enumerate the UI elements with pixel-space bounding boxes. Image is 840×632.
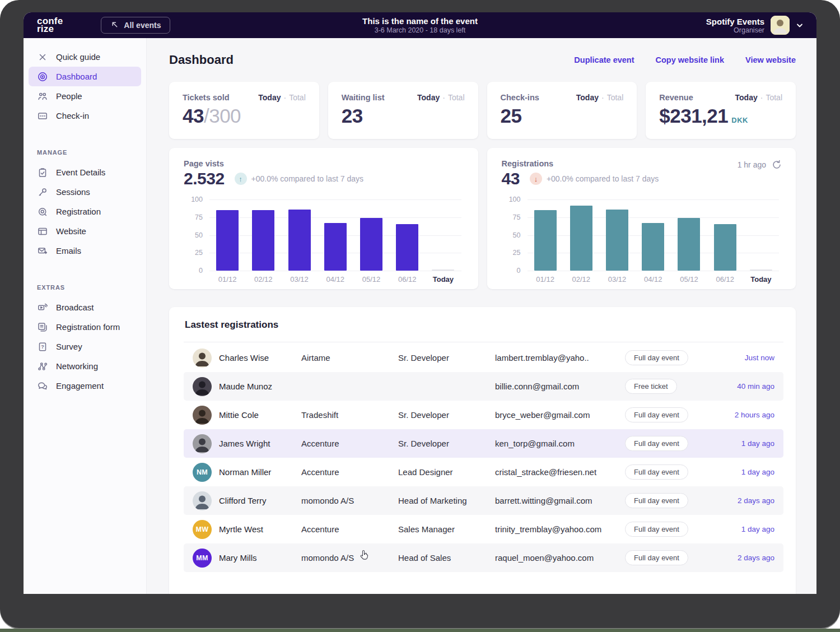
attendee-role: Sr. Developer <box>398 353 495 363</box>
sidebar-item-website[interactable]: Website <box>29 221 141 241</box>
sidebar-item-engagement[interactable]: Engagement <box>29 376 141 396</box>
stats-row: Tickets soldToday·Total43/300Waiting lis… <box>169 82 796 139</box>
sidebar-item-people[interactable]: People <box>29 86 141 106</box>
table-row[interactable]: Maude Munozbillie.conn@gmail.comFree tic… <box>184 372 783 401</box>
total-toggle[interactable]: Total <box>766 93 782 102</box>
stat-card-check-ins: Check-insToday·Total25 <box>487 82 637 139</box>
ticket-type-badge: Free ticket <box>625 379 677 394</box>
attendee-company: Accenture <box>301 439 398 448</box>
table-row[interactable]: Mittie ColeTradeshiftSr. Developerbryce_… <box>184 401 783 429</box>
sidebar-item-survey[interactable]: ?Survey <box>29 337 141 356</box>
sidebar-item-event-details[interactable]: Event Details <box>29 162 141 182</box>
sidebar-item-emails[interactable]: Emails <box>29 241 141 261</box>
microphone-icon <box>37 187 48 198</box>
sidebar-item-label: Emails <box>56 246 81 255</box>
sidebar-item-check-in[interactable]: Check-in <box>29 106 141 126</box>
registration-time-link[interactable]: 1 day ago <box>706 439 774 448</box>
stat-value: 43/300 <box>183 105 306 127</box>
attendee-name: James Wright <box>219 439 301 448</box>
logo-line2: rize <box>37 25 63 33</box>
chart-bar <box>288 210 311 271</box>
total-toggle[interactable]: Total <box>289 93 306 102</box>
event-header: This is the name of the event 3-6 March … <box>362 16 478 34</box>
account-menu[interactable]: Spotify Events Organiser <box>706 16 804 35</box>
today-toggle[interactable]: Today <box>735 93 758 102</box>
attendee-company: Accenture <box>301 524 398 534</box>
chart-big-number: 43 <box>502 169 520 188</box>
registration-time-link[interactable]: 40 min ago <box>706 382 774 391</box>
registration-time-link[interactable]: 1 day ago <box>706 468 774 476</box>
x-axis-label: Today <box>425 275 461 284</box>
arrow-up-left-icon <box>110 20 119 30</box>
sidebar-item-registration-form[interactable]: Registration form <box>29 317 141 337</box>
last-updated-label: 1 hr ago <box>738 160 766 169</box>
avatar <box>193 348 212 368</box>
charts-row: Page vists2.532↑+00.0% compared to last … <box>169 148 796 289</box>
duplicate-event-link[interactable]: Duplicate event <box>574 55 634 64</box>
chart-change-text: +00.0% compared to last 7 days <box>547 174 659 183</box>
sidebar-item-broadcast[interactable]: Broadcast <box>29 298 141 317</box>
avatar <box>193 406 212 425</box>
chart-bar <box>534 210 557 271</box>
table-row[interactable]: Clifford Terrymomondo A/SHead of Marketi… <box>184 486 783 515</box>
page-title: Dashboard <box>169 53 234 67</box>
bar-chart-plot: 0255075100 <box>209 199 461 271</box>
chart-bar <box>396 224 418 271</box>
all-events-button[interactable]: All events <box>101 17 170 34</box>
ticket-type-badge: Full day event <box>625 493 688 508</box>
table-title: Lastest registrations <box>169 319 796 342</box>
attendee-role: Lead Designer <box>398 467 495 477</box>
bar-chart-plot: 0255075100 <box>528 199 780 271</box>
today-toggle[interactable]: Today <box>576 93 599 102</box>
today-toggle[interactable]: Today <box>417 93 440 102</box>
sidebar-item-label: Dashboard <box>56 72 97 81</box>
today-toggle[interactable]: Today <box>258 93 281 102</box>
total-toggle[interactable]: Total <box>448 93 465 102</box>
registration-time-link[interactable]: Just now <box>706 354 774 362</box>
registration-time-link[interactable]: 2 days ago <box>706 554 774 562</box>
registration-time-link[interactable]: 2 days ago <box>706 496 774 505</box>
chart-title: Page vists <box>184 159 464 168</box>
y-axis-tick: 50 <box>502 231 521 239</box>
table-row[interactable]: James WrightAccentureSr. Developerken_to… <box>184 429 783 458</box>
x-axis-label: 04/12 <box>318 275 353 284</box>
attendee-email: raquel_moen@yahoo.com <box>495 553 625 563</box>
attendee-company: momondo A/S <box>301 553 398 563</box>
table-row[interactable]: MWMyrtle WestAccentureSales Managertrini… <box>184 515 783 543</box>
sidebar-item-quick-guide[interactable]: Quick guide <box>29 47 141 67</box>
chevron-down-icon[interactable] <box>795 21 804 30</box>
chart-big-number: 2.532 <box>184 169 225 188</box>
copy-website-link-link[interactable]: Copy website link <box>656 55 724 64</box>
table-row[interactable]: Charles WiseAirtameSr. Developerlambert.… <box>184 343 783 372</box>
sidebar-item-label: Broadcast <box>56 303 94 312</box>
x-axis-label: 04/12 <box>635 275 671 284</box>
x-axis-label: 05/12 <box>671 275 707 284</box>
organiser-block: Spotify Events Organiser <box>706 17 764 34</box>
conferize-logo[interactable]: confe rize <box>37 17 63 33</box>
x-axis-label: 06/12 <box>707 275 743 284</box>
attendee-role: Sr. Developer <box>398 410 495 420</box>
sidebar-item-label: Event Details <box>56 168 105 177</box>
page-actions: Duplicate eventCopy website linkView web… <box>574 55 796 64</box>
latest-registrations-card: Lastest registrations Charles WiseAirtam… <box>169 307 796 594</box>
registration-time-link[interactable]: 2 hours ago <box>706 411 774 419</box>
sidebar-item-sessions[interactable]: Sessions <box>29 182 141 202</box>
view-website-link[interactable]: View website <box>745 55 796 64</box>
ticket-icon <box>37 206 48 217</box>
sidebar-item-networking[interactable]: Networking <box>29 356 141 376</box>
y-axis-tick: 75 <box>184 213 203 221</box>
sidebar-item-label: Networking <box>56 361 98 371</box>
table-row[interactable]: MMMary Millsmomondo A/SHead of Salesraqu… <box>184 543 783 572</box>
browser-icon <box>37 226 48 237</box>
table-row[interactable]: NMNorman MillerAccentureLead Designercri… <box>184 458 783 486</box>
sidebar-item-registration[interactable]: Registration <box>29 202 141 221</box>
registration-time-link[interactable]: 1 day ago <box>706 525 774 533</box>
stat-label: Waiting list <box>342 93 385 102</box>
total-toggle[interactable]: Total <box>607 93 624 102</box>
sidebar-item-dashboard[interactable]: Dashboard <box>29 67 141 86</box>
x-axis-label: Today <box>743 275 779 284</box>
sidebar-item-label: People <box>56 91 82 101</box>
organiser-avatar[interactable] <box>771 16 790 35</box>
avatar: MW <box>193 520 212 539</box>
refresh-icon[interactable] <box>771 159 782 170</box>
